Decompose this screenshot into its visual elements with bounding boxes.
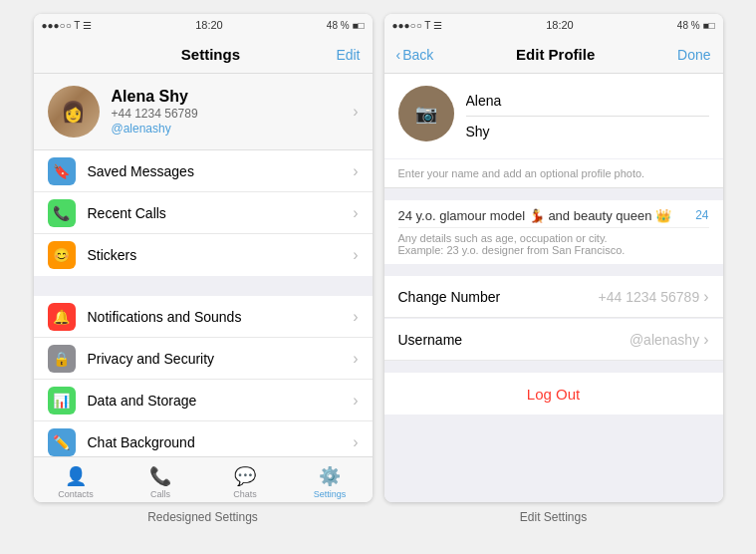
privacy-icon: 🔒 (48, 345, 76, 373)
contacts-tab-label: Contacts (58, 489, 94, 499)
edit-button[interactable]: Edit (336, 47, 360, 63)
chat-bg-label: Chat Background (88, 434, 342, 450)
tab-bar: 👤 Contacts 📞 Calls 💬 Chats ⚙️ Settings (34, 456, 373, 502)
right-caption: Edit Settings (384, 510, 723, 524)
chevron-icon: › (353, 308, 358, 326)
calls-tab-icon: 📞 (149, 465, 171, 487)
status-left: ●●●○○ T ☰ (42, 20, 93, 31)
avatar: 👩 (48, 86, 100, 138)
first-name-input[interactable] (466, 93, 709, 109)
data-label: Data and Storage (88, 393, 342, 409)
chevron-icon: › (353, 103, 358, 121)
change-number-row[interactable]: Change Number +44 1234 56789 › (384, 276, 723, 318)
chevron-icon: › (353, 392, 358, 410)
bottom-spacer (384, 416, 723, 475)
last-name-field[interactable] (466, 117, 709, 146)
chevron-icon: › (353, 350, 358, 368)
profile-info: Alena Shy +44 1234 56789 @alenashy (112, 88, 342, 136)
saved-messages-icon: 🔖 (48, 157, 76, 185)
status-right-left: 48 % ■□ (327, 20, 365, 31)
back-label: Back (402, 47, 433, 63)
left-caption: Redesigned Settings (34, 510, 373, 524)
bio-text: 24 y.o. glamour model 💃 and beauty queen… (398, 208, 709, 223)
settings-item-saved-messages[interactable]: 🔖 Saved Messages › (34, 150, 373, 192)
nav-bar-left: Settings Edit (34, 36, 373, 74)
profile-section[interactable]: 👩 Alena Shy +44 1234 56789 @alenashy › (34, 74, 373, 150)
chats-tab-label: Chats (233, 489, 257, 499)
edit-avatar[interactable]: 📷 (398, 86, 454, 141)
nav-bar-right: ‹ Back Edit Profile Done (384, 36, 723, 74)
chevron-icon: › (353, 246, 358, 264)
edit-profile-section: 📷 (384, 74, 723, 158)
last-name-input[interactable] (466, 124, 709, 139)
bio-section: 24 24 y.o. glamour model 💃 and beauty qu… (384, 200, 723, 264)
settings-item-notifications[interactable]: 🔔 Notifications and Sounds › (34, 296, 373, 338)
camera-overlay: 📷 (398, 86, 454, 141)
logout-section: Log Out (384, 373, 723, 415)
username-label: Username (398, 332, 630, 348)
right-screen: ●●●○○ T ☰ 18:20 48 % ■□ ‹ Back Edit Prof… (384, 14, 723, 502)
profile-hint: Enter your name and add an optional prof… (384, 159, 723, 188)
bio-placeholder: Any details such as age, occupation or c… (398, 227, 709, 256)
left-screen: ●●●○○ T ☰ 18:20 48 % ■□ Settings Edit 👩 … (34, 14, 373, 502)
notifications-label: Notifications and Sounds (88, 309, 342, 325)
settings-item-data[interactable]: 📊 Data and Storage › (34, 380, 373, 421)
settings-group-1: 🔖 Saved Messages › 📞 Recent Calls › 😊 St… (34, 150, 373, 276)
change-number-value: +44 1234 56789 (599, 289, 700, 305)
change-number-label: Change Number (398, 289, 599, 305)
chevron-icon: › (353, 433, 358, 451)
status-bar-left: ●●●○○ T ☰ 18:20 48 % ■□ (34, 14, 373, 36)
username-value: @alenashy (630, 332, 699, 348)
recent-calls-label: Recent Calls (88, 205, 342, 221)
status-left-right: ●●●○○ T ☰ (392, 20, 443, 31)
status-time-right: 18:20 (546, 19, 574, 31)
profile-name: Alena Shy (112, 88, 342, 106)
settings-tab-label: Settings (314, 489, 347, 499)
edit-fields (466, 86, 709, 146)
calls-tab-label: Calls (150, 489, 170, 499)
stickers-icon: 😊 (48, 241, 76, 269)
stickers-label: Stickers (88, 247, 342, 263)
back-button[interactable]: ‹ Back (396, 47, 434, 63)
chevron-icon: › (703, 288, 708, 306)
privacy-label: Privacy and Security (88, 351, 342, 367)
status-right-right: 48 % ■□ (677, 20, 715, 31)
done-button[interactable]: Done (677, 47, 710, 63)
settings-tab-icon: ⚙️ (319, 465, 341, 487)
chat-bg-icon: ✏️ (48, 428, 76, 456)
settings-content: 🔖 Saved Messages › 📞 Recent Calls › 😊 St… (34, 150, 373, 456)
settings-item-stickers[interactable]: 😊 Stickers › (34, 234, 373, 276)
nav-title-left: Settings (181, 46, 240, 63)
username-row[interactable]: Username @alenashy › (384, 319, 723, 361)
chevron-icon: › (703, 331, 708, 349)
bio-counter: 24 (695, 208, 708, 222)
tab-chats[interactable]: 💬 Chats (203, 461, 288, 499)
settings-item-privacy[interactable]: 🔒 Privacy and Security › (34, 338, 373, 380)
logout-button[interactable]: Log Out (527, 386, 580, 403)
settings-item-recent-calls[interactable]: 📞 Recent Calls › (34, 192, 373, 234)
tab-settings[interactable]: ⚙️ Settings (288, 461, 373, 499)
recent-calls-icon: 📞 (48, 199, 76, 227)
tab-calls[interactable]: 📞 Calls (119, 461, 203, 499)
nav-title-right: Edit Profile (516, 46, 595, 63)
chats-tab-icon: 💬 (234, 465, 256, 487)
contacts-tab-icon: 👤 (65, 465, 87, 487)
profile-phone: +44 1234 56789 (112, 107, 342, 121)
settings-item-chat-bg[interactable]: ✏️ Chat Background › (34, 421, 373, 456)
notifications-icon: 🔔 (48, 303, 76, 331)
info-rows-section: Change Number +44 1234 56789 › Username … (384, 276, 723, 361)
status-bar-right: ●●●○○ T ☰ 18:20 48 % ■□ (384, 14, 723, 36)
settings-group-2: 🔔 Notifications and Sounds › 🔒 Privacy a… (34, 296, 373, 456)
data-icon: 📊 (48, 387, 76, 415)
status-time-left: 18:20 (195, 19, 223, 31)
profile-username: @alenashy (112, 122, 342, 136)
edit-content: 📷 Enter your name and add an optional pr… (384, 74, 723, 502)
group-spacer-1 (34, 276, 373, 296)
chevron-icon: › (353, 162, 358, 180)
chevron-icon: › (353, 204, 358, 222)
saved-messages-label: Saved Messages (88, 163, 342, 179)
first-name-field[interactable] (466, 86, 709, 117)
captions: Redesigned Settings Edit Settings (0, 502, 756, 532)
back-chevron-icon: ‹ (396, 47, 401, 63)
tab-contacts[interactable]: 👤 Contacts (34, 461, 119, 499)
